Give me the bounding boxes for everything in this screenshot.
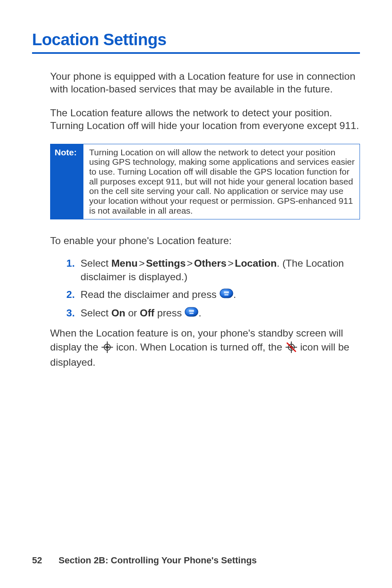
svg-point-9 [106,346,108,348]
closing-paragraph: When the Location feature is on, your ph… [50,326,360,369]
step-text: Select [81,307,111,318]
heading-underline [32,52,360,54]
step-text: press [154,307,185,318]
steps-list: 1. Select Menu>Settings>Others>Location.… [60,256,360,321]
intro-paragraph-1: Your phone is equipped with a Location f… [50,70,360,95]
note-body: Turning Location on will allow the netwo… [83,144,360,219]
step-body: Select On or Off press [81,306,360,321]
step-text: . [198,307,201,318]
page-footer: 52Section 2B: Controlling Your Phone's S… [32,555,257,566]
step-1: 1. Select Menu>Settings>Others>Location.… [60,256,360,284]
step-3: 3. Select On or Off press [60,306,360,321]
menu-ok-button-icon [184,307,198,320]
procedure-lead: To enable your phone's Location feature: [50,235,360,247]
menu-path-item: Settings [146,258,186,269]
closing-text: icon. When Location is turned off, the [113,341,285,352]
svg-rect-1 [224,291,229,293]
chevron-right-icon: > [138,256,146,270]
location-off-icon [285,341,297,357]
step-text: Select [81,258,111,269]
intro-paragraph-2: The Location feature allows the network … [50,107,360,132]
menu-ok-button-icon [219,288,233,302]
step-text: or [125,307,140,318]
step-body: Select Menu>Settings>Others>Location. (T… [81,256,360,284]
location-on-icon [101,341,113,357]
svg-rect-4 [189,310,194,312]
step-number: 3. [60,306,75,321]
step-text: Read the disclaimer and press [81,289,219,300]
option-on: On [111,307,125,318]
chevron-right-icon: > [226,256,235,270]
step-body: Read the disclaimer and press [81,288,360,302]
page-number: 52 [32,555,42,565]
chevron-right-icon: > [186,256,194,270]
note-label: Note: [51,144,83,219]
menu-path-item: Others [194,258,226,269]
page-heading: Location Settings [32,30,360,49]
svg-rect-5 [189,313,194,314]
step-number: 2. [60,288,75,302]
svg-rect-2 [224,294,228,295]
step-text: . [233,289,236,300]
section-label: Section 2B: Controlling Your Phone's Set… [58,555,256,565]
note-callout: Note: Turning Location on will allow the… [50,144,360,219]
menu-path-item: Menu [111,258,138,269]
step-number: 1. [60,256,75,284]
step-2: 2. Read the disclaimer and press [60,288,360,302]
menu-path-item: Location [235,258,277,269]
option-off: Off [140,307,154,318]
